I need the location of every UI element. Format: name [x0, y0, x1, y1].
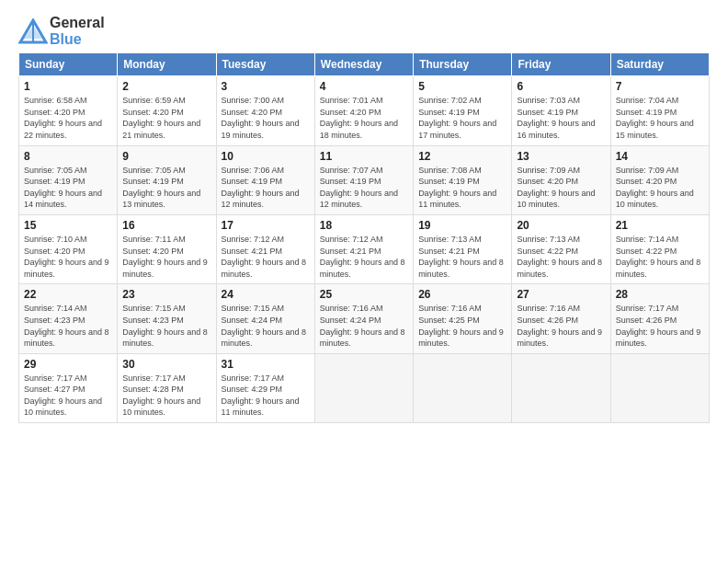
- day-info: Sunrise: 7:12 AM Sunset: 4:21 PM Dayligh…: [222, 234, 310, 280]
- table-row: 31 Sunrise: 7:17 AM Sunset: 4:29 PM Dayl…: [216, 353, 314, 422]
- table-row: 19 Sunrise: 7:13 AM Sunset: 4:21 PM Dayl…: [414, 214, 512, 283]
- day-info: Sunrise: 7:01 AM Sunset: 4:20 PM Dayligh…: [320, 95, 408, 141]
- logo-line1: General: [50, 15, 105, 31]
- table-row: 28 Sunrise: 7:17 AM Sunset: 4:26 PM Dayl…: [610, 284, 709, 353]
- table-row: [610, 353, 709, 422]
- day-number: 23: [122, 288, 210, 301]
- day-info: Sunrise: 7:15 AM Sunset: 4:23 PM Dayligh…: [122, 303, 210, 349]
- day-number: 12: [418, 150, 506, 163]
- day-number: 29: [24, 358, 112, 371]
- day-info: Sunrise: 7:16 AM Sunset: 4:25 PM Dayligh…: [418, 303, 506, 349]
- col-monday: Monday: [118, 53, 216, 76]
- day-number: 14: [616, 150, 704, 163]
- table-row: 23 Sunrise: 7:15 AM Sunset: 4:23 PM Dayl…: [118, 284, 216, 353]
- calendar-week-row: 22 Sunrise: 7:14 AM Sunset: 4:23 PM Dayl…: [19, 284, 710, 353]
- day-info: Sunrise: 7:03 AM Sunset: 4:19 PM Dayligh…: [517, 95, 605, 141]
- day-info: Sunrise: 7:09 AM Sunset: 4:20 PM Dayligh…: [517, 165, 605, 211]
- calendar-header-row: Sunday Monday Tuesday Wednesday Thursday…: [19, 53, 710, 76]
- table-row: 30 Sunrise: 7:17 AM Sunset: 4:28 PM Dayl…: [118, 353, 216, 422]
- table-row: 10 Sunrise: 7:06 AM Sunset: 4:19 PM Dayl…: [216, 145, 314, 214]
- day-info: Sunrise: 6:58 AM Sunset: 4:20 PM Dayligh…: [24, 95, 112, 141]
- col-tuesday: Tuesday: [216, 53, 314, 76]
- day-number: 10: [222, 150, 310, 163]
- day-info: Sunrise: 7:13 AM Sunset: 4:22 PM Dayligh…: [517, 234, 605, 280]
- table-row: 17 Sunrise: 7:12 AM Sunset: 4:21 PM Dayl…: [216, 214, 314, 283]
- day-info: Sunrise: 7:16 AM Sunset: 4:24 PM Dayligh…: [320, 303, 408, 349]
- day-number: 20: [517, 219, 605, 232]
- day-number: 5: [418, 80, 506, 93]
- table-row: 13 Sunrise: 7:09 AM Sunset: 4:20 PM Dayl…: [512, 145, 610, 214]
- table-row: 1 Sunrise: 6:58 AM Sunset: 4:20 PM Dayli…: [19, 76, 118, 145]
- day-info: Sunrise: 7:17 AM Sunset: 4:28 PM Dayligh…: [122, 373, 210, 419]
- col-sunday: Sunday: [19, 53, 118, 76]
- calendar-page: General Blue Sunday Monday Tuesday Wedne…: [0, 0, 728, 563]
- day-info: Sunrise: 7:16 AM Sunset: 4:26 PM Dayligh…: [517, 303, 605, 349]
- day-info: Sunrise: 7:04 AM Sunset: 4:19 PM Dayligh…: [616, 95, 704, 141]
- day-info: Sunrise: 7:00 AM Sunset: 4:20 PM Dayligh…: [222, 95, 310, 141]
- day-info: Sunrise: 7:15 AM Sunset: 4:24 PM Dayligh…: [222, 303, 310, 349]
- table-row: 29 Sunrise: 7:17 AM Sunset: 4:27 PM Dayl…: [19, 353, 118, 422]
- day-number: 15: [24, 219, 112, 232]
- day-info: Sunrise: 7:08 AM Sunset: 4:19 PM Dayligh…: [418, 165, 506, 211]
- day-info: Sunrise: 7:05 AM Sunset: 4:19 PM Dayligh…: [122, 165, 210, 211]
- day-number: 8: [24, 150, 112, 163]
- day-info: Sunrise: 7:17 AM Sunset: 4:29 PM Dayligh…: [222, 373, 310, 419]
- col-friday: Friday: [512, 53, 610, 76]
- day-number: 16: [122, 219, 210, 232]
- col-wednesday: Wednesday: [314, 53, 413, 76]
- table-row: 25 Sunrise: 7:16 AM Sunset: 4:24 PM Dayl…: [314, 284, 413, 353]
- table-row: 16 Sunrise: 7:11 AM Sunset: 4:20 PM Dayl…: [118, 214, 216, 283]
- table-row: 20 Sunrise: 7:13 AM Sunset: 4:22 PM Dayl…: [512, 214, 610, 283]
- col-thursday: Thursday: [414, 53, 512, 76]
- day-info: Sunrise: 7:12 AM Sunset: 4:21 PM Dayligh…: [320, 234, 408, 280]
- table-row: 8 Sunrise: 7:05 AM Sunset: 4:19 PM Dayli…: [19, 145, 118, 214]
- day-number: 2: [122, 80, 210, 93]
- day-number: 13: [517, 150, 605, 163]
- table-row: 7 Sunrise: 7:04 AM Sunset: 4:19 PM Dayli…: [610, 76, 709, 145]
- day-number: 9: [122, 150, 210, 163]
- day-number: 4: [320, 80, 408, 93]
- day-number: 11: [320, 150, 408, 163]
- calendar-table: Sunday Monday Tuesday Wednesday Thursday…: [18, 52, 710, 423]
- logo: General Blue: [18, 15, 105, 47]
- day-number: 27: [517, 288, 605, 301]
- table-row: 2 Sunrise: 6:59 AM Sunset: 4:20 PM Dayli…: [118, 76, 216, 145]
- day-number: 25: [320, 288, 408, 301]
- table-row: 4 Sunrise: 7:01 AM Sunset: 4:20 PM Dayli…: [314, 76, 413, 145]
- day-number: 6: [517, 80, 605, 93]
- logo-icon: [18, 18, 48, 44]
- day-number: 19: [418, 219, 506, 232]
- day-info: Sunrise: 7:06 AM Sunset: 4:19 PM Dayligh…: [222, 165, 310, 211]
- table-row: 22 Sunrise: 7:14 AM Sunset: 4:23 PM Dayl…: [19, 284, 118, 353]
- day-info: Sunrise: 7:14 AM Sunset: 4:22 PM Dayligh…: [616, 234, 704, 280]
- day-number: 1: [24, 80, 112, 93]
- table-row: 3 Sunrise: 7:00 AM Sunset: 4:20 PM Dayli…: [216, 76, 314, 145]
- table-row: 27 Sunrise: 7:16 AM Sunset: 4:26 PM Dayl…: [512, 284, 610, 353]
- table-row: [512, 353, 610, 422]
- day-number: 26: [418, 288, 506, 301]
- calendar-week-row: 29 Sunrise: 7:17 AM Sunset: 4:27 PM Dayl…: [19, 353, 710, 422]
- day-info: Sunrise: 7:11 AM Sunset: 4:20 PM Dayligh…: [122, 234, 210, 280]
- calendar-week-row: 8 Sunrise: 7:05 AM Sunset: 4:19 PM Dayli…: [19, 145, 710, 214]
- day-number: 17: [222, 219, 310, 232]
- col-saturday: Saturday: [610, 53, 709, 76]
- day-info: Sunrise: 7:13 AM Sunset: 4:21 PM Dayligh…: [418, 234, 506, 280]
- day-info: Sunrise: 7:05 AM Sunset: 4:19 PM Dayligh…: [24, 165, 112, 211]
- day-info: Sunrise: 6:59 AM Sunset: 4:20 PM Dayligh…: [122, 95, 210, 141]
- day-info: Sunrise: 7:07 AM Sunset: 4:19 PM Dayligh…: [320, 165, 408, 211]
- day-number: 3: [222, 80, 310, 93]
- calendar-week-row: 15 Sunrise: 7:10 AM Sunset: 4:20 PM Dayl…: [19, 214, 710, 283]
- day-number: 24: [222, 288, 310, 301]
- table-row: 26 Sunrise: 7:16 AM Sunset: 4:25 PM Dayl…: [414, 284, 512, 353]
- day-number: 31: [222, 358, 310, 371]
- table-row: [314, 353, 413, 422]
- table-row: 21 Sunrise: 7:14 AM Sunset: 4:22 PM Dayl…: [610, 214, 709, 283]
- header: General Blue: [18, 15, 710, 47]
- logo-line2: Blue: [50, 31, 105, 48]
- day-info: Sunrise: 7:14 AM Sunset: 4:23 PM Dayligh…: [24, 303, 112, 349]
- table-row: 24 Sunrise: 7:15 AM Sunset: 4:24 PM Dayl…: [216, 284, 314, 353]
- day-number: 18: [320, 219, 408, 232]
- table-row: 5 Sunrise: 7:02 AM Sunset: 4:19 PM Dayli…: [414, 76, 512, 145]
- table-row: 12 Sunrise: 7:08 AM Sunset: 4:19 PM Dayl…: [414, 145, 512, 214]
- table-row: 15 Sunrise: 7:10 AM Sunset: 4:20 PM Dayl…: [19, 214, 118, 283]
